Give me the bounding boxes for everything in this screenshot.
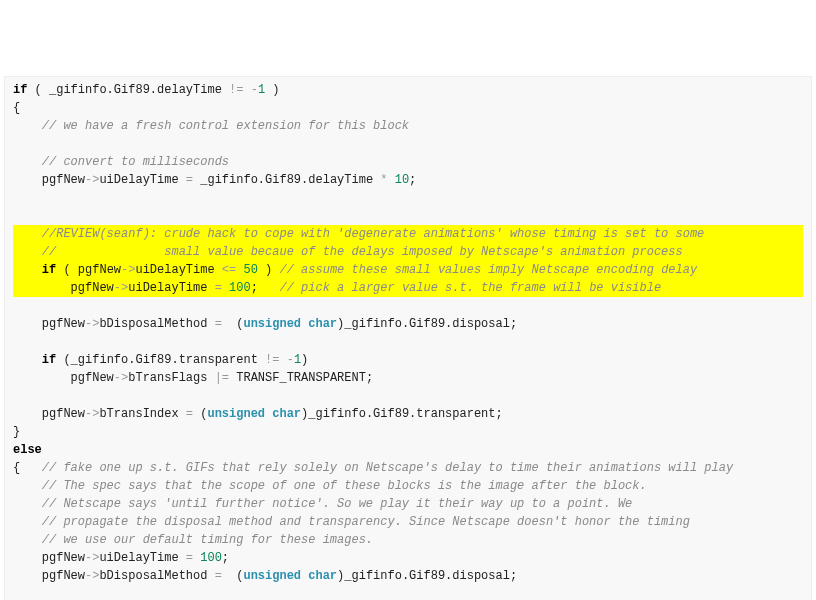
token-ty: unsigned — [207, 407, 265, 421]
code-line: // we use our default timing for these i… — [13, 531, 803, 549]
token-id: transparent; — [416, 407, 502, 421]
code-line: } — [13, 423, 803, 441]
token-id — [13, 299, 20, 313]
token-op: = — [186, 551, 193, 565]
token-id — [13, 209, 20, 223]
token-id: uiDelayTime — [128, 281, 214, 295]
token-id — [279, 353, 286, 367]
token-id: . — [150, 83, 157, 97]
token-id: pgfNew — [13, 407, 85, 421]
token-ty: char — [308, 569, 337, 583]
token-id: bDisposalMethod — [99, 569, 214, 583]
token-op: = — [186, 407, 193, 421]
token-id: ; — [251, 281, 280, 295]
code-line: // Netscape says 'until further notice'.… — [13, 495, 803, 513]
token-cm: // small value becaue of the delays impo… — [42, 245, 683, 259]
token-id: ) — [265, 83, 279, 97]
token-op: -> — [85, 569, 99, 583]
token-op: -> — [114, 371, 128, 385]
token-id: . — [171, 353, 178, 367]
token-op: -> — [85, 317, 99, 331]
code-line: pgfNew->uiDelayTime = 100; — [13, 549, 803, 567]
token-id: bTransFlags — [128, 371, 214, 385]
code-line: { // fake one up s.t. GIFs that rely sol… — [13, 459, 803, 477]
code-line: if ( _gifinfo.Gif89.delayTime != -1 ) — [13, 81, 803, 99]
token-cm: // The spec says that the scope of one o… — [42, 479, 647, 493]
token-op: -> — [121, 263, 135, 277]
token-id — [13, 227, 42, 241]
token-cm: // fake one up s.t. GIFs that rely solel… — [42, 461, 733, 475]
token-op: != — [265, 353, 279, 367]
token-id: pgfNew — [13, 281, 114, 295]
code-line: if (_gifinfo.Gif89.transparent != -1) — [13, 351, 803, 369]
token-num: 10 — [395, 173, 409, 187]
token-id: ( pgfNew — [56, 263, 121, 277]
code-line — [13, 387, 803, 405]
token-id: { — [13, 461, 42, 475]
token-ty: unsigned — [243, 569, 301, 583]
code-line — [13, 585, 803, 600]
token-id: uiDelayTime — [99, 551, 185, 565]
token-op: - — [287, 353, 294, 367]
code-line — [13, 207, 803, 225]
token-id: pgfNew — [13, 173, 85, 187]
token-op: - — [251, 83, 258, 97]
token-id: TRANSF_TRANSPARENT; — [229, 371, 373, 385]
token-cm: //REVIEW(seanf): crude hack to cope with… — [42, 227, 705, 241]
token-id: ) — [258, 263, 280, 277]
code-line: // propagate the disposal method and tra… — [13, 513, 803, 531]
token-id: uiDelayTime — [135, 263, 221, 277]
token-id: ; — [222, 551, 229, 565]
token-op: = — [215, 317, 222, 331]
token-id: )_gifinfo. — [301, 407, 373, 421]
token-id: ( — [222, 569, 244, 583]
token-id: pgfNew — [13, 551, 85, 565]
token-id — [13, 389, 20, 403]
code-line — [13, 189, 803, 207]
code-block: if ( _gifinfo.Gif89.delayTime != -1 ){ /… — [4, 76, 812, 600]
token-id: transparent — [179, 353, 265, 367]
token-id: ( — [193, 407, 207, 421]
code-line: //REVIEW(seanf): crude hack to cope with… — [13, 225, 803, 243]
code-line: // small value becaue of the delays impo… — [13, 243, 803, 261]
token-id — [222, 281, 229, 295]
token-id: { — [13, 101, 20, 115]
token-cm: // pick a larger value s.t. the frame wi… — [279, 281, 661, 295]
token-id: ( — [222, 317, 244, 331]
token-id: disposal; — [452, 569, 517, 583]
token-op: -> — [85, 551, 99, 565]
token-id — [222, 83, 229, 97]
token-id: )_gifinfo. — [337, 317, 409, 331]
token-id — [13, 587, 20, 600]
token-op: = — [215, 569, 222, 583]
code-line: // The spec says that the scope of one o… — [13, 477, 803, 495]
token-id — [13, 335, 20, 349]
code-line — [13, 333, 803, 351]
code-line — [13, 135, 803, 153]
token-id: )_gifinfo. — [337, 569, 409, 583]
token-id: delayTime — [157, 83, 222, 97]
code-line: // convert to milliseconds — [13, 153, 803, 171]
token-id: disposal; — [452, 317, 517, 331]
token-cm: // we use our default timing for these i… — [42, 533, 373, 547]
token-kw: else — [13, 443, 42, 457]
token-id: bDisposalMethod — [99, 317, 214, 331]
token-num: 100 — [229, 281, 251, 295]
code-line: pgfNew->uiDelayTime = 100; // pick a lar… — [13, 279, 803, 297]
token-op: -> — [114, 281, 128, 295]
token-cm: // assume these small values imply Netsc… — [279, 263, 697, 277]
token-id: pgfNew — [13, 371, 114, 385]
token-num: 1 — [258, 83, 265, 97]
token-id: (_gifinfo. — [56, 353, 135, 367]
token-id: ) — [301, 353, 308, 367]
code-line: pgfNew->bDisposalMethod = (unsigned char… — [13, 567, 803, 585]
token-kw: if — [13, 83, 27, 97]
code-line: // we have a fresh control extension for… — [13, 117, 803, 135]
token-id: Gif89 — [135, 353, 171, 367]
code-line: pgfNew->uiDelayTime = _gifinfo.Gif89.del… — [13, 171, 803, 189]
token-op: <= — [222, 263, 236, 277]
token-id — [388, 173, 395, 187]
token-id: pgfNew — [13, 569, 85, 583]
token-ty: unsigned — [243, 317, 301, 331]
code-line: if ( pgfNew->uiDelayTime <= 50 ) // assu… — [13, 261, 803, 279]
